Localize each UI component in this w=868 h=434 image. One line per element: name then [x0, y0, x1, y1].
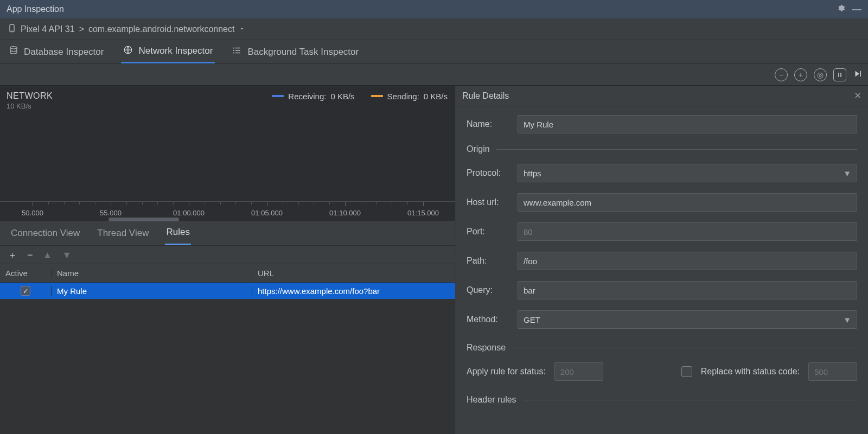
minimize-icon[interactable]: — [852, 4, 861, 15]
add-rule-button[interactable]: ＋ [8, 250, 17, 260]
scrollbar-thumb[interactable] [108, 218, 179, 221]
globe-icon [123, 45, 133, 58]
protocol-select[interactable]: https ▼ [518, 164, 857, 182]
tab-thread-view[interactable]: Thread View [96, 221, 150, 245]
device-icon [8, 23, 16, 35]
port-label: Port: [467, 227, 518, 237]
name-label: Name: [467, 119, 518, 129]
window-title: App Inspection [7, 4, 64, 14]
target-icon[interactable]: ◎ [814, 68, 827, 81]
replace-status-checkbox[interactable] [681, 366, 692, 377]
apply-status-label: Apply rule for status: [467, 367, 546, 376]
chevron-down-icon: ▼ [843, 169, 851, 178]
titlebar: App Inspection — [0, 0, 868, 18]
minus-circle-icon[interactable]: − [775, 68, 788, 81]
query-input[interactable] [518, 281, 857, 299]
network-header: NETWORK Receiving: 0 KB/s Sending: 0 KB/… [0, 86, 455, 102]
chevron-down-icon: ▼ [843, 315, 851, 324]
play-end-icon[interactable] [853, 69, 863, 80]
svg-point-6 [233, 52, 234, 53]
time-tick-label: 01:05.000 [251, 209, 283, 217]
table-header: Active Name URL [0, 264, 455, 283]
svg-rect-8 [840, 73, 841, 77]
inspector-tabs: Database Inspector Network Inspector Bac… [0, 40, 868, 64]
method-label: Method: [467, 315, 518, 324]
method-select[interactable]: GET ▼ [518, 310, 857, 329]
time-tick-label: 55.000 [100, 209, 122, 217]
breadcrumb-bar[interactable]: Pixel 4 API 31 > com.example.android.net… [0, 18, 868, 40]
svg-rect-7 [838, 73, 839, 77]
rules-table: Active Name URL ✓ My Rule https://www.ex… [0, 264, 455, 434]
pause-icon[interactable] [833, 68, 846, 81]
y-scale-label: 10 KB/s [0, 102, 455, 112]
network-chart[interactable]: 50.00055.00001:00.00001:05.00001:10.0000… [0, 112, 455, 221]
divider [496, 149, 857, 150]
gear-icon[interactable] [837, 4, 845, 15]
path-label: Path: [467, 256, 518, 266]
origin-section-label: Origin [467, 144, 490, 154]
details-header: Rule Details ✕ [456, 86, 868, 106]
divider [523, 400, 857, 400]
replace-status-input[interactable] [808, 362, 857, 381]
host-input[interactable] [518, 193, 857, 212]
toolbar: − + ◎ [0, 64, 868, 86]
plus-circle-icon[interactable]: + [794, 68, 807, 81]
remove-rule-button[interactable]: − [27, 250, 33, 260]
host-label: Host url: [467, 197, 518, 207]
replace-status-label: Replace with status code: [701, 367, 800, 376]
time-tick-label: 01:10.000 [329, 209, 361, 217]
tab-rules[interactable]: Rules [165, 221, 190, 245]
path-input[interactable] [518, 252, 857, 270]
svg-point-4 [233, 47, 234, 48]
query-label: Query: [467, 285, 518, 295]
breadcrumb-separator: > [79, 24, 84, 34]
name-input[interactable] [518, 115, 857, 133]
tab-background-task-inspector[interactable]: Background Task Inspector [230, 40, 361, 63]
sub-tabs: Connection View Thread View Rules [0, 221, 455, 246]
swatch-sending [371, 95, 383, 97]
breadcrumb-device: Pixel 4 API 31 [21, 24, 75, 34]
legend-receiving: Receiving: 0 KB/s [272, 92, 354, 101]
horizontal-scrollbar[interactable] [0, 218, 455, 221]
breadcrumb-process: com.example.android.networkconnect [88, 24, 234, 34]
tab-network-inspector[interactable]: Network Inspector [121, 40, 215, 63]
protocol-label: Protocol: [467, 168, 518, 178]
move-down-button: ▼ [62, 250, 72, 260]
close-icon[interactable]: ✕ [854, 90, 861, 101]
apply-status-input[interactable] [554, 362, 603, 381]
response-section-label: Response [467, 343, 506, 353]
divider [512, 348, 857, 348]
port-input[interactable] [518, 222, 857, 241]
details-title: Rule Details [462, 91, 509, 101]
database-icon [9, 46, 18, 58]
tab-database-inspector[interactable]: Database Inspector [7, 40, 106, 63]
active-checkbox[interactable]: ✓ [21, 286, 30, 296]
move-up-button: ▲ [43, 250, 53, 260]
table-row[interactable]: ✓ My Rule https://www.example.com/foo?ba… [0, 283, 455, 299]
list-icon [232, 46, 242, 58]
time-tick-label: 01:00.000 [173, 209, 205, 217]
network-title: NETWORK [7, 91, 53, 101]
legend-sending: Sending: 0 KB/s [371, 92, 448, 101]
svg-point-5 [233, 50, 234, 51]
time-tick-label: 01:15.000 [407, 209, 439, 217]
svg-rect-9 [860, 71, 861, 77]
svg-point-2 [10, 47, 17, 49]
time-tick-label: 50.000 [22, 209, 43, 217]
tab-connection-view[interactable]: Connection View [10, 221, 81, 245]
rules-toolbar: ＋ − ▲ ▼ [0, 246, 455, 264]
chevron-down-icon[interactable] [239, 24, 245, 34]
svg-point-1 [11, 30, 12, 31]
header-rules-section-label: Header rules [467, 395, 516, 405]
swatch-receiving [272, 95, 284, 97]
